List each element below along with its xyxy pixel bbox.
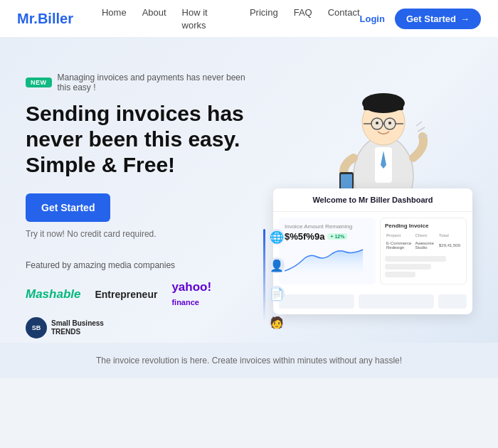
skeleton-block-1 (279, 294, 354, 309)
get-started-hero-button[interactable]: Get Started (26, 193, 110, 222)
table-row: E-Commerce Redesign Awesome Studio $29,4… (386, 240, 460, 250)
nav-right: Login Get Started → (360, 9, 481, 29)
globe-icon[interactable]: 🌐 (269, 229, 285, 245)
svg-point-12 (388, 122, 391, 124)
hero-heading: Sending invoices has never been this eas… (26, 101, 249, 178)
pending-invoice-table: Project Client Total E-Commerce Redesign… (385, 232, 462, 252)
col-total: Total (439, 233, 460, 239)
svg-line-16 (419, 136, 428, 137)
dashboard-body: Invoice Amount Remaining $%5f%9a + 12% (273, 212, 472, 290)
login-button[interactable]: Login (360, 14, 385, 24)
col-client: Client (415, 233, 438, 239)
nav-item-home[interactable]: Home (102, 7, 127, 18)
arrow-icon: → (460, 14, 470, 24)
dashboard-skeleton-footer (273, 290, 472, 314)
mashable-logo: Mashable (26, 287, 80, 302)
skeleton-row-2 (385, 264, 431, 270)
sbt-logo: SB Small BusinessTRENDS (26, 317, 249, 338)
hero-subtext: Try it now! No credit card required. (26, 229, 249, 239)
svg-point-11 (376, 122, 378, 124)
svg-line-15 (418, 127, 425, 132)
navbar: Mr.Biller Home About How it works Pricin… (0, 0, 498, 37)
entrepreneur-logo: Entrepreneur (95, 289, 157, 300)
logo[interactable]: Mr.Biller (17, 11, 73, 27)
dashboard-header: Welcome to Mr Biller Dashboard (273, 188, 472, 212)
footer-strip: The invoice revolution is here. Create i… (0, 343, 498, 378)
get-started-nav-button[interactable]: Get Started → (395, 9, 481, 29)
nav-item-faq[interactable]: FAQ (294, 7, 312, 18)
sbt-circle-icon: SB (26, 317, 47, 338)
col-project: Project (386, 233, 414, 239)
mini-chart (285, 246, 370, 274)
featured-label: Featured by amazing media companies (26, 260, 249, 270)
invoice-amount-value: $%5f%9a (285, 231, 324, 242)
footer-text: The invoice revolution is here. Create i… (13, 356, 485, 366)
sbt-text: Small BusinessTRENDS (51, 319, 104, 336)
invoice-amount-card: Invoice Amount Remaining $%5f%9a + 12% (279, 218, 376, 284)
dashboard-title: Welcome to Mr Biller Dashboard (283, 196, 462, 204)
skeleton-block-2 (359, 294, 434, 309)
nav-item-about[interactable]: About (142, 7, 166, 18)
cell-total: $29,41,500 (439, 240, 460, 250)
sbt-logo-container: SB Small BusinessTRENDS (26, 317, 249, 338)
skeleton-row-1 (385, 256, 446, 262)
nav-item-how-it-works[interactable]: How it works (182, 7, 208, 31)
nav-item-pricing[interactable]: Pricing (250, 7, 278, 18)
document-icon[interactable]: 📄 (269, 286, 285, 302)
pending-invoice-card: Pending Invoice Project Client Total E-C… (380, 218, 467, 284)
nav-links: Home About How it works Pricing FAQ Cont… (102, 6, 360, 31)
svg-line-17 (416, 122, 422, 126)
person-icon[interactable]: 🧑 (269, 314, 285, 330)
logo-text-first: Mr. (17, 11, 38, 26)
dashboard-mockup: Welcome to Mr Biller Dashboard Invoice A… (273, 188, 472, 314)
sidebar-icons-strip: 🌐 👤 📄 🧑 (269, 229, 285, 330)
table-header-row: Project Client Total (386, 233, 460, 239)
badge-text: Managing invoices and payments has never… (58, 73, 250, 92)
hero-left: NEW Managing invoices and payments has n… (26, 65, 249, 338)
new-badge: NEW Managing invoices and payments has n… (26, 73, 249, 92)
character-illustration (334, 55, 433, 211)
badge-label: NEW (26, 78, 52, 87)
cell-project: E-Commerce Redesign (386, 240, 414, 250)
invoice-amount-label: Invoice Amount Remaining (285, 223, 370, 230)
media-logos: Mashable Entrepreneur yahoo!finance (26, 280, 249, 309)
invoice-amount-badge: + 12% (327, 233, 347, 240)
user-icon[interactable]: 👤 (269, 257, 285, 273)
cell-client: Awesome Studio (415, 240, 438, 250)
pending-invoice-title: Pending Invoice (385, 223, 462, 229)
nav-item-contact[interactable]: Contact (328, 7, 360, 18)
logo-text-second: Biller (38, 11, 73, 26)
yahoo-logo: yahoo!finance (171, 280, 211, 309)
hero-section: NEW Managing invoices and payments has n… (0, 37, 498, 343)
skeleton-row-3 (385, 272, 415, 277)
svg-rect-5 (364, 103, 403, 110)
skeleton-block-3 (438, 294, 467, 309)
